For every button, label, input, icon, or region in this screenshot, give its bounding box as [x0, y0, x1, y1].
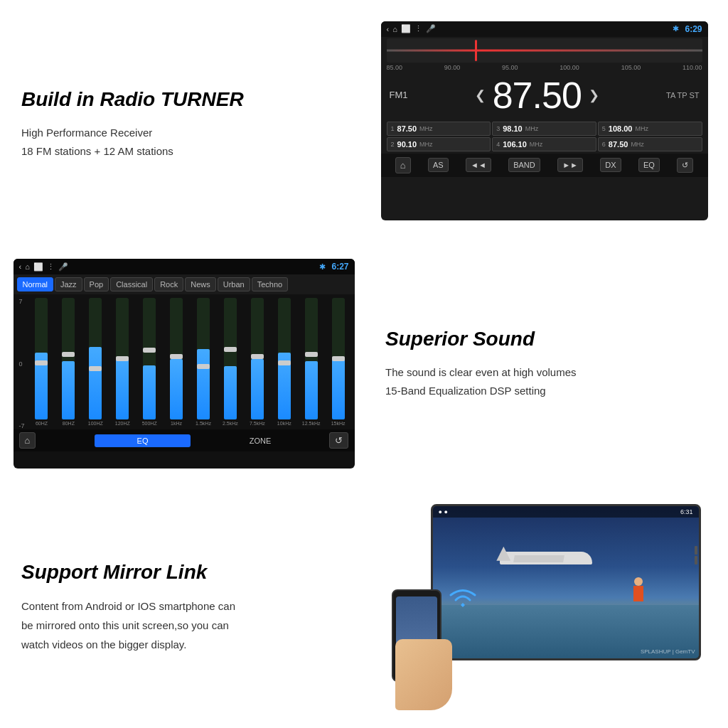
eq-home-icon: ⌂ — [25, 262, 30, 272]
eq-preset-pop[interactable]: Pop — [84, 277, 109, 291]
eq-band-10[interactable]: 12.5kHz — [299, 298, 324, 426]
eq-band-thumb-3 — [116, 356, 129, 361]
eq-band-6[interactable]: 1.5kHz — [191, 298, 216, 426]
eq-band-1[interactable]: 80HZ — [55, 298, 81, 426]
eq-status-bar: ‹ ⌂ ⬜ ⋮ 🎤 ✱ 6:27 — [14, 259, 355, 274]
preset-4[interactable]: 4 106.10 MHz — [492, 137, 596, 151]
mirror-screen-section: ● ● 6:31 SPLASHUP | GemTV — [364, 486, 728, 728]
mirror-container: ● ● 6:31 SPLASHUP | GemTV — [388, 504, 701, 710]
eq-band-label-1: 80HZ — [63, 421, 75, 426]
mirror-desc-line3: watch videos on the bigger display. — [21, 638, 186, 651]
eq-band-2[interactable]: 100HZ — [82, 298, 108, 426]
tuner-label-6: 110.00 — [682, 64, 702, 71]
radio-presets: 1 87.50 MHz 3 98.10 MHz 5 108.00 MHz 2 9… — [381, 122, 708, 151]
radio-dx-button[interactable]: DX — [600, 158, 621, 172]
eq-band-5[interactable]: 1kHz — [164, 298, 189, 426]
eq-band-label-8: 7.5kHz — [250, 421, 265, 426]
eq-band-track-0 — [35, 298, 48, 419]
radio-desc-line1: High Performance Receiver — [21, 127, 152, 139]
eq-footer-back-button[interactable]: ↺ — [329, 432, 348, 449]
preset-2-num: 2 — [391, 141, 395, 148]
eq-footer-eq-button[interactable]: EQ — [95, 434, 191, 447]
preset-5[interactable]: 5 108.00 MHz — [598, 122, 702, 136]
radio-band-button[interactable]: BAND — [508, 158, 540, 172]
eq-bands: 60HZ80HZ100HZ120HZ500HZ1kHz1.5kHz2.5kHz7… — [29, 298, 351, 429]
eq-band-7[interactable]: 2.5kHz — [218, 298, 243, 426]
preset-3[interactable]: 3 98.10 MHz — [492, 122, 596, 136]
preset-5-unit: MHz — [636, 125, 649, 132]
person-head — [634, 577, 643, 586]
eq-preset-news[interactable]: News — [185, 277, 216, 291]
eq-mic-icon: 🎤 — [58, 262, 68, 272]
radio-as-button[interactable]: AS — [428, 158, 449, 172]
radio-prev-button[interactable]: ◄◄ — [466, 158, 491, 172]
eq-band-11[interactable]: 15kHz — [326, 298, 351, 426]
eq-time: 6:27 — [331, 262, 348, 272]
radio-screen: ‹ ⌂ ⬜ ⋮ 🎤 ✱ 6:29 85.00 90.00 95.00 — [381, 21, 708, 220]
eq-preset-normal[interactable]: Normal — [17, 277, 53, 291]
radio-back-button[interactable]: ↺ — [677, 158, 693, 173]
eq-band-3[interactable]: 120HZ — [109, 298, 135, 426]
car-unit-statusbar: ● ● 6:31 — [433, 506, 699, 518]
eq-band-track-9 — [278, 298, 291, 419]
eq-band-9[interactable]: 10kHz — [272, 298, 297, 426]
radio-status-bar: ‹ ⌂ ⬜ ⋮ 🎤 ✱ 6:29 — [381, 21, 708, 37]
radio-time: 6:29 — [685, 24, 702, 34]
eq-band-track-4 — [143, 298, 156, 419]
eq-preset-urban[interactable]: Urban — [218, 277, 250, 291]
eq-band-track-8 — [251, 298, 264, 419]
eq-label-low: -7 — [19, 422, 25, 429]
eq-band-4[interactable]: 500HZ — [136, 298, 162, 426]
radio-eq-button[interactable]: EQ — [638, 158, 660, 172]
sound-feature-text: Superior Sound The sound is clear even a… — [364, 242, 728, 487]
radio-next-button[interactable]: ►► — [557, 158, 583, 172]
eq-presets-bar: Normal Jazz Pop Classical Rock News Urba… — [14, 274, 355, 294]
eq-band-thumb-2 — [89, 366, 102, 371]
eq-status-icons: ‹ ⌂ ⬜ ⋮ 🎤 — [19, 262, 68, 272]
eq-band-track-10 — [305, 298, 318, 419]
eq-band-0[interactable]: 60HZ — [29, 298, 55, 426]
eq-band-track-2 — [89, 298, 102, 419]
radio-desc-line2: 18 FM stations + 12 AM stations — [21, 145, 173, 157]
radio-home-button[interactable]: ⌂ — [395, 157, 411, 173]
eq-band-thumb-9 — [278, 360, 291, 365]
video-watermark: SPLASHUP | GemTV — [641, 648, 695, 655]
tuner-label-2: 90.00 — [444, 64, 461, 71]
sound-desc-line1: The sound is clear even at high volumes — [385, 366, 576, 378]
back-icon: ‹ — [387, 25, 390, 33]
eq-band-fill-2 — [89, 347, 102, 420]
eq-band-fill-5 — [170, 359, 183, 420]
eq-band-label-7: 2.5kHz — [223, 421, 238, 426]
eq-preset-rock[interactable]: Rock — [154, 277, 183, 291]
freq-next-button[interactable]: ❯ — [589, 87, 599, 103]
preset-4-freq: 106.10 — [503, 140, 527, 149]
eq-band-8[interactable]: 7.5kHz — [245, 298, 270, 426]
wifi-symbol — [445, 582, 481, 614]
eq-band-fill-8 — [251, 359, 264, 420]
preset-1-unit: MHz — [419, 125, 433, 132]
tuner-track — [387, 49, 702, 51]
preset-5-num: 5 — [602, 125, 606, 132]
radio-tags: TA TP ST — [666, 91, 699, 100]
side-btn-2 — [695, 556, 697, 564]
eq-preset-jazz[interactable]: Jazz — [55, 277, 82, 291]
car-unit-time: 6:31 — [680, 508, 693, 515]
preset-2[interactable]: 2 90.10 MHz — [387, 137, 491, 151]
eq-band-thumb-5 — [170, 354, 183, 359]
menu-icon: ⋮ — [414, 24, 422, 33]
freq-prev-button[interactable]: ❮ — [475, 87, 486, 103]
eq-band-label-4: 500HZ — [142, 421, 157, 426]
preset-1[interactable]: 1 87.50 MHz — [387, 122, 491, 136]
eq-band-thumb-6 — [197, 364, 210, 369]
preset-3-num: 3 — [496, 125, 500, 132]
eq-preset-classical[interactable]: Classical — [110, 277, 153, 291]
preset-1-num: 1 — [391, 125, 395, 132]
eq-preset-techno[interactable]: Techno — [252, 277, 288, 291]
preset-4-num: 4 — [496, 141, 500, 148]
eq-side-labels: 7 0 -7 — [17, 298, 27, 429]
eq-footer-home-button[interactable]: ⌂ — [19, 432, 36, 449]
radio-tuner-bar — [387, 38, 702, 63]
eq-band-track-1 — [62, 298, 75, 419]
preset-6[interactable]: 6 87.50 MHz — [598, 137, 702, 151]
eq-menu-icon: ⋮ — [47, 262, 55, 272]
